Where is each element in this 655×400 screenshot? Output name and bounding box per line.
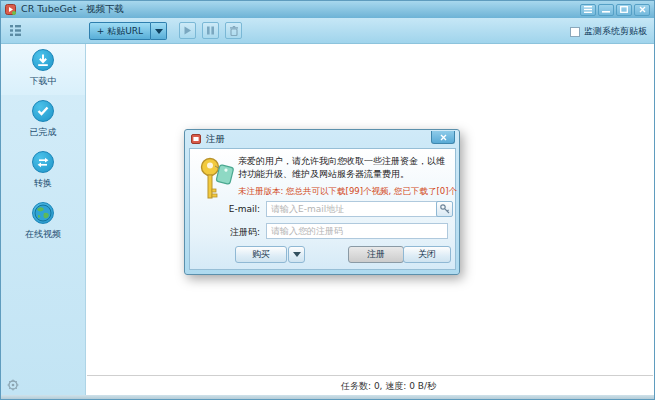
pause-icon [206,26,215,35]
convert-icon [32,151,54,173]
dialog-close-button[interactable] [431,131,455,144]
paste-url-button[interactable]: + 粘贴URL [89,22,151,40]
download-icon [32,49,54,71]
hamburger-icon [584,6,592,13]
window-controls [580,4,650,16]
minimize-button[interactable] [598,4,614,16]
status-bar: 任务数: 0, 速度: 0 B/秒 [87,375,653,395]
sidebar-item-completed[interactable]: 已完成 [1,95,85,146]
sidebar-item-label: 已完成 [30,126,57,139]
paste-url-dropdown[interactable] [151,22,167,40]
window-title: CR TubeGet - 视频下载 [21,3,124,16]
sidebar: 下载中 已完成 转换 [1,44,86,395]
minimize-icon [602,6,610,13]
close-icon [639,6,646,13]
unregistered-notice: 未注册版本: 您总共可以下载[99]个视频, 您已下载了[0]个 [238,186,457,198]
buy-dropdown-button[interactable] [288,246,305,263]
buy-button[interactable]: 购买 [235,246,287,263]
chevron-down-icon [155,29,163,34]
chevron-down-icon [293,252,301,257]
email-field[interactable] [266,201,448,217]
mini-key-icon [440,204,450,214]
maximize-icon [620,6,628,13]
dialog-message: 亲爱的用户，请允许我向您收取一些注册资金，以维持功能升级、维护及网站服务器流量费… [238,155,450,181]
register-dialog: 注册 亲爱的用户，请允许我向您收取一些注册资金，以维持功能升级、维护及网站服务器… [184,129,460,275]
get-code-button[interactable] [436,201,453,217]
maximize-button[interactable] [616,4,632,16]
sidebar-item-label: 在线视频 [25,228,61,241]
list-view-icon[interactable] [9,24,22,37]
monitor-clipboard-toggle[interactable]: 监测系统剪贴板 [570,25,647,38]
sidebar-item-convert[interactable]: 转换 [1,146,85,197]
pause-task-button[interactable] [202,22,219,39]
play-icon [183,26,192,35]
delete-task-button[interactable] [225,22,242,39]
sidebar-item-downloading[interactable]: 下载中 [1,44,85,95]
close-icon [440,134,447,141]
sidebar-item-label: 下载中 [30,75,57,88]
dialog-title: 注册 [206,133,225,146]
dialog-titlebar: 注册 [185,130,459,148]
clipboard-checkbox-label: 监测系统剪贴板 [584,25,647,38]
menu-button[interactable] [580,4,596,16]
titlebar: CR TubeGet - 视频下载 [1,1,654,18]
check-icon [32,100,54,122]
app-window: CR TubeGet - 视频下载 [0,0,655,400]
trash-icon [229,26,239,36]
status-text: 任务数: 0, 速度: 0 B/秒 [341,380,436,393]
key-icon [198,157,236,205]
toolbar: + 粘贴URL [1,18,654,44]
app-logo-icon [5,4,16,15]
window-bottom-frame [1,395,654,399]
task-controls [179,22,242,39]
dialog-close-action-button[interactable]: 关闭 [403,246,451,263]
paste-url-group: + 粘贴URL [89,22,167,40]
register-button[interactable]: 注册 [348,246,404,263]
close-button[interactable] [634,4,650,16]
sidebar-item-label: 转换 [34,177,52,190]
settings-gear-icon[interactable] [7,379,19,391]
sidebar-item-online-video[interactable]: 在线视频 [1,197,85,248]
dialog-icon [191,134,201,144]
regcode-label: 注册码: [190,226,260,239]
clipboard-checkbox[interactable] [570,27,580,37]
dialog-body: 亲爱的用户，请允许我向您收取一些注册资金，以维持功能升级、维护及网站服务器流量费… [189,148,456,270]
globe-icon [32,202,54,224]
regcode-field[interactable] [266,223,448,239]
email-label: E-mail: [190,204,260,214]
start-task-button[interactable] [179,22,196,39]
